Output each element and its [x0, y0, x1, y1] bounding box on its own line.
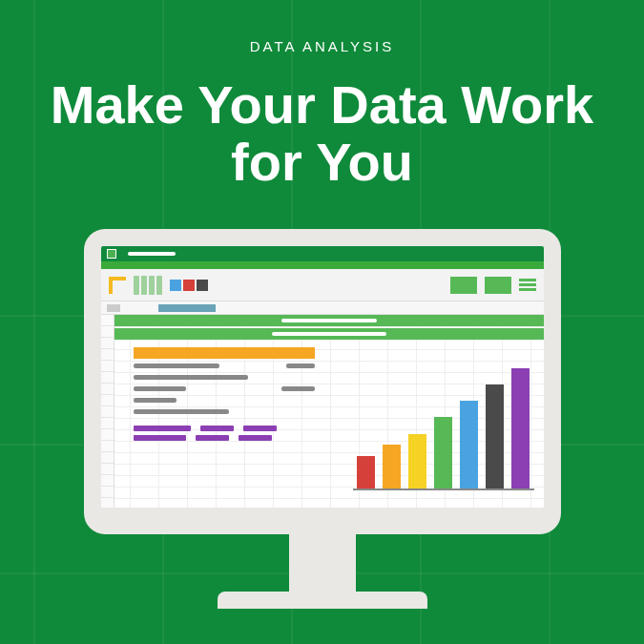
- chart-bar: [434, 417, 452, 488]
- table-header-orange: [134, 347, 315, 359]
- title-line: [128, 252, 176, 256]
- sheet-subheader-bar: [114, 328, 544, 340]
- chart-bar: [486, 384, 504, 488]
- hamburger-icon: [519, 277, 536, 293]
- screen: [101, 246, 544, 508]
- chart-bar: [383, 445, 401, 488]
- paste-icon: [109, 277, 126, 294]
- table-row: [134, 361, 315, 370]
- toolbar-ribbon: [101, 269, 544, 301]
- toolbar-button: [485, 277, 511, 294]
- row-headers: [101, 315, 114, 508]
- table-row: [134, 406, 315, 416]
- eyebrow-text: DATA ANALYSIS: [0, 38, 644, 54]
- table-row: [134, 395, 315, 405]
- chart-bar: [460, 401, 478, 488]
- selection-indicator: [158, 304, 216, 312]
- monitor-illustration: [84, 229, 561, 609]
- table-footer-purple: [134, 435, 315, 441]
- app-icon: [107, 249, 116, 259]
- chart-bar: [408, 434, 426, 489]
- bar-chart: [353, 357, 534, 490]
- data-table: [134, 347, 315, 441]
- spreadsheet-grid: [101, 315, 544, 508]
- window-titlebar: [101, 246, 544, 261]
- toolbar-button: [450, 277, 477, 294]
- color-swatches: [170, 280, 208, 291]
- table-row: [134, 372, 315, 382]
- sheet-header-bar: [114, 315, 544, 326]
- monitor-stand-base: [218, 592, 427, 609]
- table-row: [134, 384, 315, 393]
- chart-bar: [511, 368, 530, 489]
- chart-bar: [357, 456, 375, 489]
- monitor-stand-neck: [289, 534, 356, 592]
- monitor-bezel: [84, 229, 561, 534]
- table-footer-purple: [134, 426, 315, 431]
- formula-bar: [101, 301, 544, 315]
- toolbar-group: [134, 276, 162, 295]
- cell-reference: [107, 304, 120, 312]
- ribbon-accent: [101, 261, 544, 269]
- headline-text: Make Your Data Work for You: [0, 76, 644, 192]
